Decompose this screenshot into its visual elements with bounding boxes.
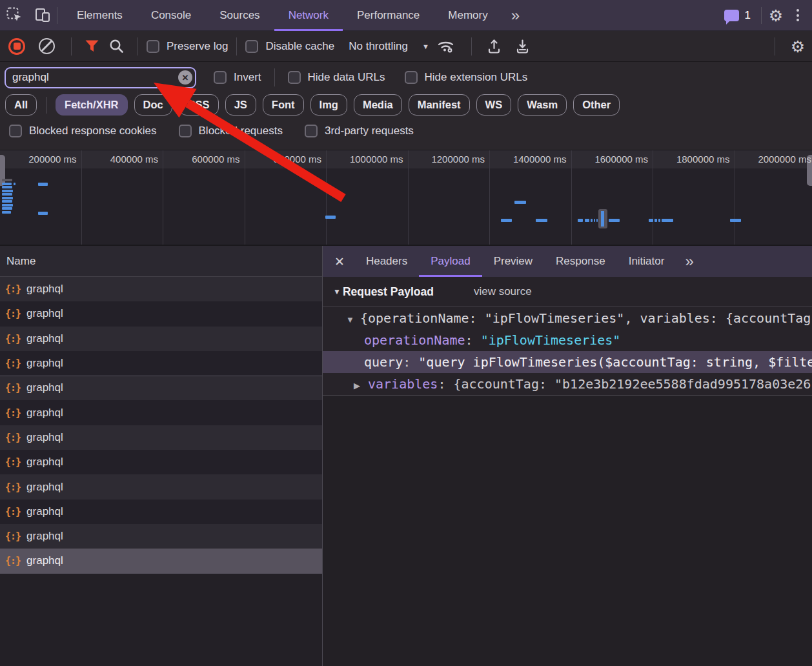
- filter-toggle-button[interactable]: [80, 31, 103, 62]
- timeline-request-bar: [2, 179, 12, 181]
- search-network-button[interactable]: [103, 31, 129, 62]
- tab-payload[interactable]: Payload: [419, 246, 482, 277]
- customize-devtools-button[interactable]: [790, 9, 806, 21]
- tab-sources[interactable]: Sources: [205, 0, 274, 31]
- tab-preview[interactable]: Preview: [482, 246, 544, 277]
- payload-summary-row[interactable]: ▼{operationName: "ipFlowTimeseries", var…: [323, 307, 812, 329]
- chip-img[interactable]: Img: [310, 94, 347, 116]
- option-checkbox[interactable]: [9, 125, 22, 137]
- fetch-xhr-icon: {:}: [5, 456, 21, 468]
- export-har-button[interactable]: [509, 31, 537, 62]
- record-network-log-button[interactable]: [8, 38, 25, 55]
- tab-performance[interactable]: Performance: [343, 0, 434, 31]
- record-icon: [14, 43, 21, 50]
- table-row[interactable]: {:}graphql: [0, 376, 322, 400]
- table-row[interactable]: {:}graphql: [0, 351, 322, 376]
- request-name: graphql: [26, 332, 63, 345]
- tab-elements[interactable]: Elements: [63, 0, 137, 31]
- table-row[interactable]: {:}graphql: [0, 327, 322, 351]
- chip-fetch-xhr[interactable]: Fetch/XHR: [56, 94, 127, 116]
- table-row[interactable]: {:}graphql: [0, 400, 322, 425]
- chip-ws[interactable]: WS: [476, 94, 512, 116]
- name-column-header[interactable]: Name: [0, 246, 322, 277]
- fetch-xhr-icon: {:}: [5, 481, 21, 493]
- timeline-tick-label: 800000 ms: [245, 150, 327, 165]
- tab-headers[interactable]: Headers: [354, 246, 419, 277]
- toolbar-separator: [775, 37, 775, 56]
- payload-property-row[interactable]: operationName: "ipFlowTimeseries": [323, 329, 812, 351]
- fetch-xhr-icon: {:}: [5, 530, 21, 542]
- chip-media[interactable]: Media: [354, 94, 402, 116]
- inspect-element-button[interactable]: [0, 0, 28, 31]
- clear-network-log-button[interactable]: [39, 38, 55, 54]
- network-conditions-button[interactable]: [429, 31, 463, 62]
- timeline-segment: 1600000 ms: [572, 150, 654, 246]
- chip-manifest[interactable]: Manifest: [409, 94, 470, 116]
- option-checkbox[interactable]: [305, 125, 318, 137]
- hide-data-urls-checkbox[interactable]: [288, 71, 301, 84]
- option-checkbox[interactable]: [179, 125, 192, 137]
- table-row[interactable]: {:}graphql: [0, 277, 322, 301]
- filter-input[interactable]: [5, 67, 196, 88]
- table-row[interactable]: {:}graphql: [0, 450, 322, 474]
- tab-response[interactable]: Response: [544, 246, 617, 277]
- hide-extension-urls-checkbox[interactable]: [405, 71, 418, 84]
- chip-js[interactable]: JS: [225, 94, 256, 116]
- payload-property-row[interactable]: query: "query ipFlowTimeseries($accountT…: [323, 351, 812, 373]
- tab-network[interactable]: Network: [274, 0, 343, 31]
- timeline-segment: 800000 ms: [245, 150, 327, 246]
- network-overview-timeline[interactable]: 200000 ms400000 ms600000 ms800000 ms1000…: [0, 150, 812, 246]
- chip-css[interactable]: CSS: [179, 94, 219, 116]
- throttling-dropdown[interactable]: No throttling ▼: [349, 40, 429, 53]
- table-row[interactable]: {:}graphql: [0, 425, 322, 450]
- network-settings-button[interactable]: ⚙: [784, 31, 812, 62]
- chip-other[interactable]: Other: [573, 94, 620, 116]
- fetch-xhr-icon: {:}: [5, 358, 21, 369]
- topbar-right-actions: 1 ⚙: [724, 0, 812, 31]
- tab-initiator[interactable]: Initiator: [617, 246, 676, 277]
- request-payload-section-header[interactable]: ▼ Request Payload view source: [323, 277, 812, 307]
- timeline-request-bar: [596, 219, 598, 222]
- table-row[interactable]: {:}graphql: [0, 474, 322, 499]
- payload-value: {accountTag: "b12e3b2192ee5588fdad995178…: [453, 376, 811, 392]
- view-source-link[interactable]: view source: [474, 285, 532, 298]
- fetch-xhr-icon: {:}: [5, 555, 21, 567]
- invert-checkbox[interactable]: [214, 71, 227, 84]
- network-filter-block: ✕ Invert Hide data URLs Hide extension U…: [0, 62, 812, 150]
- table-row[interactable]: {:}graphql: [0, 301, 322, 326]
- table-row[interactable]: {:}graphql: [0, 549, 322, 573]
- chip-doc[interactable]: Doc: [134, 94, 172, 116]
- chip-font[interactable]: Font: [263, 94, 304, 116]
- settings-button[interactable]: ⚙: [762, 0, 790, 31]
- more-tabs-button[interactable]: »: [502, 1, 529, 30]
- issues-count: 1: [745, 9, 751, 22]
- timeline-request-bar: [2, 207, 12, 210]
- preserve-log-checkbox[interactable]: [147, 40, 159, 53]
- disable-cache-checkbox[interactable]: [245, 40, 258, 53]
- tab-memory[interactable]: Memory: [434, 0, 502, 31]
- request-payload-title: Request Payload: [343, 285, 434, 299]
- details-more-tabs-button[interactable]: »: [676, 247, 702, 276]
- payload-colon: :: [403, 354, 418, 370]
- device-toolbar-button[interactable]: [28, 0, 57, 31]
- fetch-xhr-icon: {:}: [5, 308, 21, 319]
- upload-icon: [486, 38, 502, 54]
- timeline-request-bar: [2, 204, 13, 207]
- table-row[interactable]: {:}graphql: [0, 524, 322, 549]
- tab-console[interactable]: Console: [137, 0, 205, 31]
- request-name: graphql: [26, 481, 63, 494]
- issues-icon[interactable]: [724, 10, 739, 21]
- timeline-segment: 1400000 ms: [490, 150, 572, 246]
- table-row[interactable]: {:}graphql: [0, 500, 322, 524]
- request-name: graphql: [26, 554, 63, 567]
- close-details-icon[interactable]: ✕: [323, 254, 354, 269]
- import-har-button[interactable]: [480, 31, 509, 62]
- clear-filter-icon[interactable]: ✕: [178, 70, 192, 85]
- timeline-segment: 1200000 ms: [409, 150, 491, 246]
- payload-property-row[interactable]: ▶variables: {accountTag: "b12e3b2192ee55…: [323, 373, 812, 395]
- chip-all[interactable]: All: [5, 94, 37, 116]
- chip-wasm[interactable]: Wasm: [518, 94, 567, 116]
- timeline-marker-bar: [601, 211, 604, 227]
- timeline-segment: 400000 ms: [82, 150, 164, 246]
- request-list: {:}graphql{:}graphql{:}graphql{:}graphql…: [0, 277, 322, 574]
